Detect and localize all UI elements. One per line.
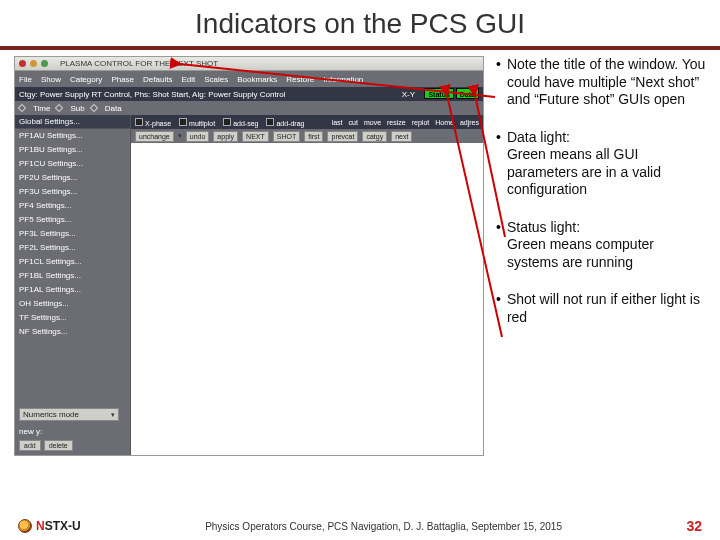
sidebar-item[interactable]: OH Settings... xyxy=(15,297,130,311)
opt-xphase[interactable]: X-phase xyxy=(145,120,171,127)
sidebar-item[interactable]: NF Settings... xyxy=(15,325,130,339)
category-bar: Ctgy: Power Supply RT Control, Phs: Shot… xyxy=(15,87,483,101)
slide-body: PLASMA CONTROL FOR THE NEXT SHOT File Sh… xyxy=(0,56,720,456)
slide-title: Indicators on the PCS GUI xyxy=(0,0,720,46)
nstxu-logo: NSTX-U xyxy=(18,519,81,533)
status-light: Status xyxy=(424,88,453,99)
opt-r1[interactable]: cut xyxy=(349,119,358,126)
menu-defaults[interactable]: Defaults xyxy=(143,75,172,84)
checkbox-icon[interactable] xyxy=(179,118,187,126)
logo-rest: STX-U xyxy=(45,519,81,533)
sidebar-item[interactable]: PF3U Settings... xyxy=(15,185,130,199)
chevron-down-icon: ▾ xyxy=(111,411,115,419)
nav-data[interactable]: Data xyxy=(105,104,122,113)
sidebar-list: PF1AU Settings... PF1BU Settings... PF1C… xyxy=(15,129,130,339)
menubar: File Show Category Phase Defaults Edit S… xyxy=(15,71,483,87)
page-number: 32 xyxy=(686,518,702,534)
plot-canvas[interactable] xyxy=(131,143,483,455)
menu-information[interactable]: Information xyxy=(323,75,363,84)
sidebar-item[interactable]: TF Settings... xyxy=(15,311,130,325)
checkbox-icon[interactable] xyxy=(223,118,231,126)
prevcat-button[interactable]: prevcat xyxy=(327,131,358,142)
xy-label: X-Y xyxy=(402,90,415,99)
globe-icon xyxy=(18,519,32,533)
close-icon[interactable] xyxy=(19,60,26,67)
pcs-gui-window: PLASMA CONTROL FOR THE NEXT SHOT File Sh… xyxy=(14,56,484,456)
sidebar-item[interactable]: PF1BL Settings... xyxy=(15,269,130,283)
sidebar-header[interactable]: Global Settings... xyxy=(15,115,130,129)
window-titlebar[interactable]: PLASMA CONTROL FOR THE NEXT SHOT xyxy=(15,57,483,71)
bullet-icon: • xyxy=(496,56,501,109)
option-row-1: X-phase multiplot add-seg add-drag last … xyxy=(131,115,483,129)
opt-r2[interactable]: move xyxy=(364,119,381,126)
opt-r4[interactable]: replot xyxy=(412,119,430,126)
category-text: Ctgy: Power Supply RT Control, Phs: Shot… xyxy=(19,90,286,99)
first-button[interactable]: first xyxy=(304,131,323,142)
note-item: • Shot will not run if either light is r… xyxy=(496,291,706,326)
opt-multiplot[interactable]: multiplot xyxy=(189,120,215,127)
note-item: • Data light: Green means all GUI parame… xyxy=(496,129,706,199)
diamond-icon xyxy=(18,104,26,112)
menu-scales[interactable]: Scales xyxy=(204,75,228,84)
data-light: Data xyxy=(456,88,479,99)
catgy-button[interactable]: catgy xyxy=(362,131,387,142)
menu-category[interactable]: Category xyxy=(70,75,102,84)
sidebar: Global Settings... PF1AU Settings... PF1… xyxy=(15,115,131,455)
shot-button[interactable]: SHOT xyxy=(273,131,300,142)
opt-r5[interactable]: Home xyxy=(435,119,454,126)
chevron-down-icon: ▾ xyxy=(178,132,182,140)
sidebar-item[interactable]: PF1AL Settings... xyxy=(15,283,130,297)
note-text: Shot will not run if either light is red xyxy=(507,291,706,326)
note-text: Status light: Green means computer syste… xyxy=(507,219,706,272)
menu-edit[interactable]: Edit xyxy=(181,75,195,84)
checkbox-icon[interactable] xyxy=(266,118,274,126)
menu-file[interactable]: File xyxy=(19,75,32,84)
bullet-icon: • xyxy=(496,129,501,199)
gui-panes: Global Settings... PF1AU Settings... PF1… xyxy=(15,115,483,455)
diamond-icon xyxy=(89,104,97,112)
zoom-icon[interactable] xyxy=(41,60,48,67)
slide: Indicators on the PCS GUI PLASMA CONTROL… xyxy=(0,0,720,540)
delete-button[interactable]: delete xyxy=(44,440,73,451)
sidebar-bottom: Numerics mode ▾ new y: add delete xyxy=(15,404,130,455)
footer-text: Physics Operators Course, PCS Navigation… xyxy=(205,521,562,532)
checkbox-icon[interactable] xyxy=(135,118,143,126)
window-title: PLASMA CONTROL FOR THE NEXT SHOT xyxy=(60,59,218,68)
sidebar-item[interactable]: PF1AU Settings... xyxy=(15,129,130,143)
next-button[interactable]: NEXT xyxy=(242,131,269,142)
note-text: Note the title of the window. You could … xyxy=(507,56,706,109)
opt-addseg[interactable]: add-seg xyxy=(233,120,258,127)
sidebar-item[interactable]: PF1CL Settings... xyxy=(15,255,130,269)
nav-time[interactable]: Time xyxy=(33,104,50,113)
minimize-icon[interactable] xyxy=(30,60,37,67)
menu-phase[interactable]: Phase xyxy=(111,75,134,84)
bullet-icon: • xyxy=(496,291,501,326)
nav-row: Time Sub Data xyxy=(15,101,483,115)
sidebar-item[interactable]: PF5 Settings... xyxy=(15,213,130,227)
sidebar-item[interactable]: PF1BU Settings... xyxy=(15,143,130,157)
unchange-button[interactable]: unchange xyxy=(135,131,174,142)
apply-button[interactable]: apply xyxy=(213,131,238,142)
nextcat-button[interactable]: next xyxy=(391,131,412,142)
menu-restore[interactable]: Restore xyxy=(286,75,314,84)
opt-adddrag[interactable]: add-drag xyxy=(276,120,304,127)
menu-bookmarks[interactable]: Bookmarks xyxy=(237,75,277,84)
sidebar-item[interactable]: PF1CU Settings... xyxy=(15,157,130,171)
undo-button[interactable]: undo xyxy=(186,131,210,142)
add-button[interactable]: add xyxy=(19,440,41,451)
sidebar-item[interactable]: PF2U Settings... xyxy=(15,171,130,185)
title-rule xyxy=(0,46,720,50)
opt-r0[interactable]: last xyxy=(332,119,343,126)
opt-r3[interactable]: resize xyxy=(387,119,406,126)
numerics-combo[interactable]: Numerics mode ▾ xyxy=(19,408,119,421)
opt-r6[interactable]: adjres xyxy=(460,119,479,126)
sidebar-item[interactable]: PF2L Settings... xyxy=(15,241,130,255)
nav-sub[interactable]: Sub xyxy=(70,104,84,113)
menu-show[interactable]: Show xyxy=(41,75,61,84)
bullet-icon: • xyxy=(496,219,501,272)
option-row-2: unchange ▾ undo apply NEXT SHOT first pr… xyxy=(131,129,483,143)
sidebar-item[interactable]: PF3L Settings... xyxy=(15,227,130,241)
logo-n: N xyxy=(36,519,45,533)
diamond-icon xyxy=(55,104,63,112)
sidebar-item[interactable]: PF4 Settings... xyxy=(15,199,130,213)
